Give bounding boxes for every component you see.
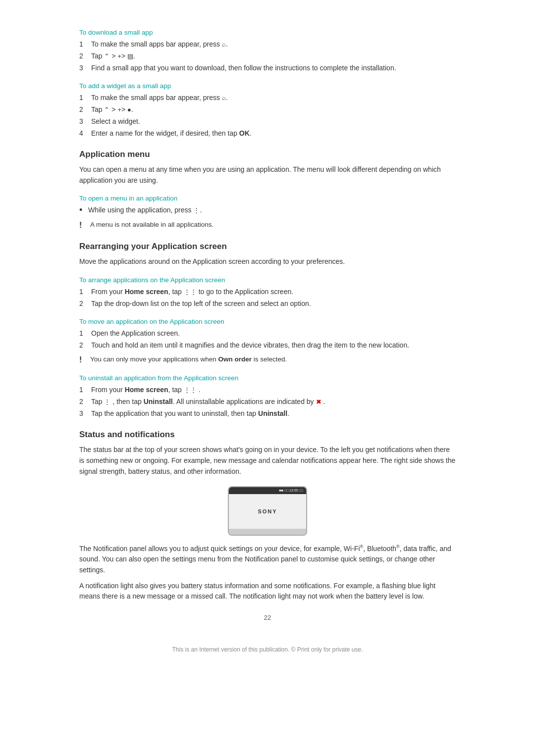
- list-item: 3 Tap the application that you want to u…: [79, 408, 456, 419]
- move-list: 1 Open the Application screen. 2 Touch a…: [79, 328, 456, 351]
- add-widget-section: To add a widget as a small app 1 To make…: [79, 82, 456, 139]
- download-small-app-section: To download a small app 1 To make the sm…: [79, 29, 456, 73]
- arrange-list: 1 From your Home screen, tap ⋮⋮ to go to…: [79, 287, 456, 309]
- list-number: 2: [79, 299, 91, 309]
- list-content: Tap ⌃ > +> ●.: [91, 104, 456, 115]
- list-number: 1: [79, 385, 91, 395]
- add-widget-list: 1 To make the small apps bar appear, pre…: [79, 93, 456, 139]
- status-notifications-heading: Status and notifications: [79, 430, 456, 440]
- list-content: From your Home screen, tap ⋮⋮ .: [91, 385, 456, 395]
- move-heading: To move an application on the Applicatio…: [79, 318, 456, 325]
- list-content: Tap ⋮ , then tap Uninstall. All uninstal…: [91, 397, 456, 407]
- add-widget-heading: To add a widget as a small app: [79, 82, 456, 90]
- list-item: 4 Enter a name for the widget, if desire…: [79, 128, 456, 139]
- phone-body: SONY: [229, 494, 306, 529]
- list-item: 2 Tap ⌃ > +> ▤.: [79, 51, 456, 61]
- rearranging-section: Rearranging your Application screen Move…: [79, 242, 456, 419]
- list-number: 2: [79, 51, 91, 61]
- bullet-item: • While using the application, press ⋮.: [79, 205, 456, 216]
- list-item: 2 Touch and hold an item until it magnif…: [79, 340, 456, 351]
- phone-status-bar: ■■ □□ 13:55 □□: [229, 487, 306, 494]
- warning-text: A menu is not available in all applicati…: [90, 220, 214, 230]
- download-small-app-heading: To download a small app: [79, 29, 456, 36]
- list-number: 1: [79, 93, 91, 103]
- application-menu-section: Application menu You can open a menu at …: [79, 150, 456, 231]
- phone-brand-label: SONY: [258, 508, 277, 514]
- list-number: 2: [79, 397, 91, 407]
- list-item: 3 Find a small app that you want to down…: [79, 63, 456, 73]
- list-number: 3: [79, 408, 91, 419]
- list-item: 1 From your Home screen, tap ⋮⋮ .: [79, 385, 456, 395]
- status-notifications-section: Status and notifications The status bar …: [79, 430, 456, 602]
- list-number: 4: [79, 128, 91, 139]
- application-menu-description: You can open a menu at any time when you…: [79, 164, 456, 186]
- open-menu-heading: To open a menu in an application: [79, 195, 456, 202]
- list-content: Tap the drop-down list on the top left o…: [91, 299, 456, 309]
- list-item: 2 Tap the drop-down list on the top left…: [79, 299, 456, 309]
- list-number: 1: [79, 328, 91, 339]
- application-menu-warning: ! A menu is not available in all applica…: [79, 220, 456, 231]
- list-content: Enter a name for the widget, if desired,…: [91, 128, 456, 139]
- list-number: 3: [79, 116, 91, 127]
- download-small-app-list: 1 To make the small apps bar appear, pre…: [79, 39, 456, 73]
- page-number: 22: [79, 614, 456, 621]
- uninstall-heading: To uninstall an application from the App…: [79, 374, 456, 382]
- list-number: 1: [79, 287, 91, 297]
- list-content: Open the Application screen.: [91, 328, 456, 339]
- list-item: 2 Tap ⋮ , then tap Uninstall. All uninst…: [79, 397, 456, 407]
- list-item: 1 From your Home screen, tap ⋮⋮ to go to…: [79, 287, 456, 297]
- phone-bottom-bar: [229, 529, 306, 535]
- warning-icon: !: [79, 354, 90, 365]
- rearranging-heading: Rearranging your Application screen: [79, 242, 456, 252]
- phone-mockup: ■■ □□ 13:55 □□ SONY: [228, 486, 307, 536]
- list-content: Find a small app that you want to downlo…: [91, 63, 456, 73]
- status-notifications-para3: A notification light also gives you batt…: [79, 581, 456, 602]
- list-content: From your Home screen, tap ⋮⋮ to go to t…: [91, 287, 456, 297]
- list-number: 3: [79, 63, 91, 73]
- list-content: Tap ⌃ > +> ▤.: [91, 51, 456, 61]
- move-warning-row: ! You can only move your applications wh…: [79, 354, 456, 365]
- status-notifications-para1: The status bar at the top of your screen…: [79, 445, 456, 477]
- list-item: 1 To make the small apps bar appear, pre…: [79, 39, 456, 50]
- list-content: To make the small apps bar appear, press…: [91, 39, 456, 50]
- move-warning-text: You can only move your applications when…: [90, 354, 287, 364]
- list-number: 1: [79, 39, 91, 50]
- list-item: 1 Open the Application screen.: [79, 328, 456, 339]
- list-content: Touch and hold an item until it magnifie…: [91, 340, 456, 351]
- bullet-content: While using the application, press ⋮.: [88, 205, 456, 215]
- status-notifications-para2: The Notification panel allows you to adj…: [79, 544, 456, 576]
- page-footer: This is an Internet version of this publ…: [79, 646, 456, 653]
- application-menu-heading: Application menu: [79, 150, 456, 159]
- list-number: 2: [79, 340, 91, 351]
- list-item: 2 Tap ⌃ > +> ●.: [79, 104, 456, 115]
- uninstall-list: 1 From your Home screen, tap ⋮⋮ . 2 Tap …: [79, 385, 456, 419]
- phone-status-text: ■■ □□ 13:55 □□: [279, 489, 303, 492]
- bullet-icon: •: [79, 205, 88, 216]
- list-content: Tap the application that you want to uni…: [91, 408, 456, 419]
- phone-mockup-container: ■■ □□ 13:55 □□ SONY: [79, 486, 456, 536]
- list-content: To make the small apps bar appear, press…: [91, 93, 456, 103]
- warning-icon: !: [79, 220, 90, 231]
- rearranging-description: Move the applications around on the Appl…: [79, 256, 456, 267]
- arrange-heading: To arrange applications on the Applicati…: [79, 276, 456, 284]
- list-item: 3 Select a widget.: [79, 116, 456, 127]
- open-menu-bullets: • While using the application, press ⋮.: [79, 205, 456, 216]
- list-number: 2: [79, 104, 91, 115]
- list-item: 1 To make the small apps bar appear, pre…: [79, 93, 456, 103]
- list-content: Select a widget.: [91, 116, 456, 127]
